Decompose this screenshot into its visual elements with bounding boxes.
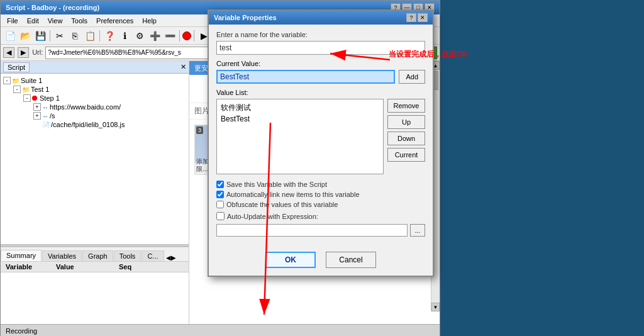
cancel-button[interactable]: Cancel (326, 252, 376, 268)
checkbox-section: Save this Variable with the Script Autom… (216, 181, 425, 208)
down-button[interactable]: Down (387, 132, 425, 145)
obfuscate-checkbox[interactable] (216, 201, 224, 208)
add-toolbar-btn[interactable]: ➕ (148, 29, 162, 43)
auto-update-browse-btn[interactable]: ... (410, 224, 425, 237)
cut-btn[interactable]: ✂ (53, 29, 67, 43)
tree-step[interactable]: - Step 1 (3, 94, 186, 103)
menu-help[interactable]: Help (138, 16, 160, 25)
menu-preferences[interactable]: Preferences (92, 16, 137, 25)
auto-update-checkbox[interactable] (216, 212, 225, 220)
test-expand[interactable]: - (13, 86, 21, 93)
name-label: Enter a name for the variable: (216, 31, 425, 38)
forward-btn[interactable]: ▶ (18, 47, 29, 58)
tree-suite[interactable]: - 📁 Suite 1 (3, 76, 186, 85)
item-expand-1[interactable]: + (33, 103, 41, 111)
tree-item-baidu[interactable]: + ↔ https://www.baidu.com/ (3, 103, 186, 111)
auto-link-checkbox[interactable] (216, 191, 224, 198)
open-btn[interactable]: 📂 (18, 29, 32, 43)
checkbox-row-1: Save this Variable with the Script (216, 181, 425, 188)
toolbar-sep-4 (194, 30, 194, 42)
script-panel-header: Script ✕ (1, 61, 189, 74)
value-item-1[interactable]: BestTest (219, 114, 380, 124)
suite-expand[interactable]: - (3, 77, 11, 84)
value-list-box[interactable]: 软件测试 BestTest (216, 99, 384, 174)
add-button[interactable]: Add (399, 70, 425, 84)
script-tree: - 📁 Suite 1 - 📁 Test 1 - Step 1 (1, 74, 189, 244)
menu-edit[interactable]: Edit (23, 16, 43, 25)
scroll-down-btn[interactable]: ▼ (431, 303, 440, 311)
variable-properties-dialog: Variable Properties ? ✕ Enter a name for… (208, 9, 434, 277)
variable-name-input[interactable] (216, 41, 425, 55)
current-button[interactable]: Current (387, 148, 425, 162)
current-value-input[interactable] (216, 70, 395, 84)
menu-file[interactable]: File (3, 16, 22, 25)
dialog-footer: OK Cancel (209, 247, 433, 276)
item-arrow-2: ↔ (42, 113, 48, 120)
dialog-controls: ? ✕ (406, 13, 428, 22)
up-button[interactable]: Up (387, 115, 425, 129)
toolbar-sep-2 (99, 30, 100, 42)
checkbox-row-2: Automatically link new items to this var… (216, 191, 425, 198)
tab-content-summary: Variable Value Seq (1, 261, 189, 324)
remove-toolbar-btn[interactable]: ➖ (163, 29, 177, 43)
test-folder-icon: 📁 (22, 86, 30, 93)
status-text: Recording (6, 327, 37, 335)
record-indicator (182, 31, 191, 40)
tab-graph[interactable]: Graph (82, 250, 113, 261)
save-script-checkbox[interactable] (216, 181, 224, 188)
help-toolbar-btn[interactable]: ❓ (103, 29, 116, 43)
ok-button[interactable]: OK (265, 252, 316, 268)
copy-btn[interactable]: ⎘ (68, 29, 82, 43)
dialog-title: Variable Properties (214, 14, 277, 21)
tree-item-cache[interactable]: 📄 /cache/fpid/ielib_0108.js (3, 120, 186, 129)
obfuscate-label: Obfuscate the values of this variable (226, 201, 338, 208)
auto-update-expression-input[interactable] (216, 224, 408, 237)
dialog-title-bar: Variable Properties ? ✕ (209, 11, 433, 25)
dialog-close-btn[interactable]: ✕ (418, 13, 428, 22)
paste-btn[interactable]: 📋 (83, 29, 97, 43)
menu-tools[interactable]: Tools (67, 16, 91, 25)
col-variable: Variable (3, 263, 53, 271)
tab-c[interactable]: C... (142, 250, 164, 261)
item-file-icon-3: 📄 (42, 121, 50, 128)
tab-bar: Summary Variables Graph Tools C... ◀▶ (1, 247, 189, 261)
settings-btn[interactable]: ⚙ (133, 29, 147, 43)
panel-close-icon[interactable]: ✕ (180, 63, 186, 71)
dialog-help-btn[interactable]: ? (406, 13, 416, 22)
info-btn[interactable]: ℹ (118, 29, 131, 43)
suite-label: Suite 1 (21, 77, 42, 84)
left-panel: Script ✕ - 📁 Suite 1 - 📁 Test 1 - (1, 61, 189, 324)
tree-test[interactable]: - 📁 Test 1 (3, 85, 186, 94)
badge-3: 3 (196, 126, 203, 134)
remove-button[interactable]: Remove (387, 99, 425, 113)
col-seq: Seq (116, 263, 148, 271)
back-btn[interactable]: ◀ (3, 47, 14, 58)
save-btn[interactable]: 💾 (33, 29, 47, 43)
value-item-0[interactable]: 软件测试 (219, 102, 380, 114)
tab-tools[interactable]: Tools (114, 250, 142, 261)
menu-view[interactable]: View (44, 16, 67, 25)
col-value: Value (53, 263, 116, 271)
tab-variables[interactable]: Variables (42, 250, 82, 261)
script-tab[interactable]: Script (3, 62, 30, 72)
toolbar-sep-1 (50, 30, 50, 42)
current-value-row: Add (216, 70, 425, 84)
value-list-label: Value List: (216, 89, 425, 96)
step-label: Step 1 (40, 94, 60, 102)
save-script-label: Save this Variable with the Script (226, 181, 327, 188)
auto-link-label: Automatically link new items to this var… (226, 191, 360, 198)
toolbar-sep-3 (179, 30, 180, 42)
value-list-buttons: Remove Up Down Current (387, 99, 425, 174)
main-window-title: Script - Badboy - (recording) (6, 4, 99, 11)
step-expand[interactable]: - (23, 94, 31, 102)
value-list-area: 软件测试 BestTest Remove Up Down Current (216, 99, 425, 174)
url-label: ◀ ▶ Url: (3, 47, 43, 58)
test-label: Test 1 (31, 86, 49, 93)
new-btn[interactable]: 📄 (3, 29, 17, 43)
auto-update-label: Auto-Update with Expression: (227, 213, 318, 220)
tree-item-s[interactable]: + ↔ /s (3, 111, 186, 120)
tab-summary[interactable]: Summary (1, 250, 42, 261)
tabs-nav-arrow[interactable]: ◀▶ (166, 254, 176, 261)
item-expand-2[interactable]: + (33, 112, 41, 120)
item-label-1: https://www.baidu.com/ (50, 103, 121, 111)
